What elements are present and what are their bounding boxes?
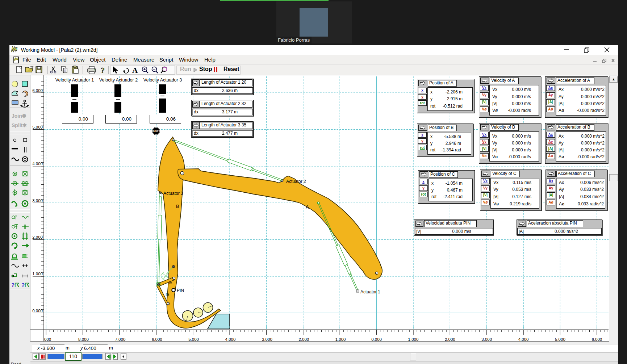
svg-text:000: 000 bbox=[44, 337, 51, 342]
svg-text:4.000: 4.000 bbox=[518, 337, 529, 342]
svg-text:Actuator 1: Actuator 1 bbox=[360, 289, 380, 294]
svg-text:-6.000: -6.000 bbox=[150, 337, 162, 342]
svg-text:2.000: 2.000 bbox=[445, 337, 455, 342]
svg-text:0.000: 0.000 bbox=[32, 309, 43, 313]
svg-text:-3.000: -3.000 bbox=[260, 337, 272, 342]
svg-text:Actuator 2: Actuator 2 bbox=[286, 179, 306, 184]
svg-text:?: ? bbox=[101, 66, 105, 75]
svg-text:6.000: 6.000 bbox=[32, 88, 43, 93]
svg-text:Actuator 3: Actuator 3 bbox=[163, 191, 183, 196]
svg-text:-1.000: -1.000 bbox=[334, 337, 346, 342]
svg-text:3.000: 3.000 bbox=[481, 337, 492, 342]
svg-text:D: D bbox=[166, 292, 169, 297]
svg-text:2.000: 2.000 bbox=[32, 235, 43, 239]
svg-text:-7.000: -7.000 bbox=[114, 337, 126, 342]
svg-text:B: B bbox=[176, 204, 179, 209]
svg-text:-8.000: -8.000 bbox=[77, 337, 89, 342]
svg-text:1.000: 1.000 bbox=[408, 337, 419, 342]
svg-text:E: E bbox=[169, 280, 172, 285]
svg-text:-2.000: -2.000 bbox=[297, 337, 309, 342]
svg-text:5.000: 5.000 bbox=[555, 337, 565, 342]
svg-text:STOP: STOP bbox=[153, 130, 160, 132]
svg-text:?☈: ?☈ bbox=[21, 282, 30, 288]
svg-text:-5.000: -5.000 bbox=[187, 337, 199, 342]
svg-text:4.000: 4.000 bbox=[32, 162, 43, 166]
svg-text:-4.000: -4.000 bbox=[224, 337, 236, 342]
svg-text:?☈: ?☈ bbox=[11, 282, 20, 288]
svg-text:0.000: 0.000 bbox=[371, 337, 382, 342]
svg-text:A: A bbox=[306, 204, 309, 210]
svg-text:1.000: 1.000 bbox=[32, 272, 43, 276]
svg-text:6.000: 6.000 bbox=[592, 337, 602, 342]
svg-text:A: A bbox=[132, 66, 138, 75]
svg-text:PIN: PIN bbox=[177, 288, 184, 293]
svg-text:3.000: 3.000 bbox=[32, 198, 43, 203]
svg-text:5.000: 5.000 bbox=[32, 125, 43, 129]
